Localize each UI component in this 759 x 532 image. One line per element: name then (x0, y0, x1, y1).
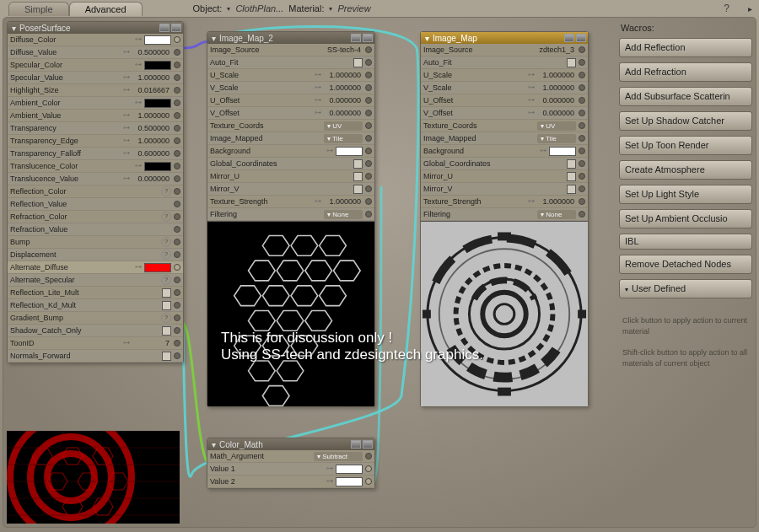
help-icon[interactable]: ? (161, 237, 171, 247)
key-icon[interactable]: ⊶ (132, 263, 144, 271)
checkbox[interactable] (353, 172, 363, 181)
key-icon[interactable]: ⊶ (324, 477, 336, 486)
output-port[interactable] (579, 97, 585, 104)
key-icon[interactable]: ⊶ (312, 71, 324, 79)
key-icon[interactable]: ⊶ (525, 83, 537, 92)
checkbox[interactable] (353, 159, 363, 169)
output-port[interactable] (365, 122, 372, 129)
row-value[interactable]: 0.016667 (132, 86, 171, 94)
key-icon[interactable]: ⊶ (312, 197, 324, 206)
output-port[interactable] (365, 185, 372, 192)
node-window-button[interactable] (351, 34, 361, 42)
node-window-button[interactable] (363, 440, 373, 449)
color-swatch[interactable] (144, 35, 171, 45)
output-port[interactable] (174, 62, 180, 68)
color-swatch[interactable] (144, 61, 171, 70)
output-port[interactable] (365, 72, 372, 78)
help-icon[interactable]: ? (161, 212, 171, 222)
key-icon[interactable]: ⊶ (525, 109, 537, 117)
preview-label[interactable]: Preview (337, 3, 370, 13)
output-port[interactable] (174, 226, 180, 233)
node-window-button[interactable] (351, 440, 361, 449)
node-image-map-2[interactable]: ▾ Image_Map_2 Image_SourceSS-tech-4 Auto… (207, 31, 375, 407)
output-port[interactable] (365, 453, 372, 459)
node-titlebar[interactable]: ▾ PoserSurface (8, 22, 183, 34)
output-port[interactable] (174, 213, 180, 220)
output-port[interactable] (579, 173, 585, 180)
wacro-toon-render[interactable]: Set Up Toon Render (619, 136, 752, 155)
help-icon[interactable]: ? (724, 3, 729, 14)
row-value[interactable]: 1.000000 (132, 111, 171, 120)
color-swatch[interactable] (144, 162, 171, 171)
node-titlebar[interactable]: ▾ Image_Map (421, 32, 588, 44)
output-port[interactable] (174, 251, 180, 258)
output-port[interactable] (174, 340, 180, 347)
dropdown[interactable]: ▾ UV (324, 121, 363, 131)
key-icon[interactable]: ⊶ (312, 83, 324, 92)
row-value[interactable]: 1.000000 (537, 197, 576, 206)
dropdown[interactable]: ▾ None (324, 210, 363, 219)
checkbox[interactable] (353, 185, 363, 194)
node-window-button[interactable] (171, 24, 181, 32)
tab-simple[interactable]: Simple (8, 2, 69, 16)
key-icon[interactable]: ⊶ (312, 96, 324, 105)
key-icon[interactable]: ⊶ (121, 149, 132, 158)
checkbox[interactable] (162, 301, 171, 310)
checkbox[interactable] (162, 352, 171, 361)
chevron-down-icon[interactable]: ▾ (227, 5, 230, 13)
output-port[interactable] (365, 160, 372, 167)
output-port[interactable] (174, 314, 180, 321)
output-port[interactable] (174, 239, 180, 245)
output-port[interactable] (579, 160, 585, 167)
output-port[interactable] (174, 277, 180, 283)
output-port[interactable] (579, 185, 585, 192)
key-icon[interactable]: ⊶ (132, 61, 144, 69)
row-value[interactable]: SS-tech-4 (312, 46, 363, 54)
dropdown[interactable]: ▾ None (537, 210, 576, 219)
output-port[interactable] (174, 175, 180, 182)
output-port[interactable] (365, 173, 372, 180)
output-port[interactable] (174, 87, 180, 94)
wacro-ambient-occlusion[interactable]: Set Up Ambient Occlusio (619, 209, 752, 228)
dropdown[interactable]: ▾ Subtract (314, 452, 363, 461)
output-port[interactable] (174, 74, 180, 81)
dropdown[interactable]: ▾ Tile (324, 134, 363, 143)
checkbox[interactable] (567, 159, 576, 169)
object-value[interactable]: ClothPlan... (235, 3, 283, 13)
output-port[interactable] (174, 125, 180, 132)
key-icon[interactable]: ⊶ (121, 86, 132, 94)
node-posersurface[interactable]: ▾ PoserSurface Diffuse_Color⊶ Diffuse_Va… (7, 21, 184, 363)
row-value[interactable]: 0.000000 (537, 96, 576, 105)
output-port[interactable] (579, 211, 585, 218)
output-port[interactable] (579, 59, 585, 66)
key-icon[interactable]: ⊶ (121, 124, 132, 132)
output-port[interactable] (174, 49, 180, 56)
output-port[interactable] (365, 198, 372, 205)
key-icon[interactable]: ⊶ (537, 147, 549, 155)
output-port[interactable] (365, 211, 372, 218)
collapse-icon[interactable]: ▾ (423, 34, 431, 43)
output-port[interactable] (365, 97, 372, 104)
wacro-shadow-catcher[interactable]: Set Up Shadow Catcher (619, 111, 752, 131)
node-image-map[interactable]: ▾ Image_Map Image_Sourcezdtech1_3 Auto_F… (420, 31, 589, 407)
tab-advanced[interactable]: Advanced (69, 2, 143, 16)
key-icon[interactable]: ⊶ (132, 99, 144, 107)
checkbox[interactable] (353, 58, 363, 67)
key-icon[interactable]: ⊶ (312, 109, 324, 117)
wacro-remove-detached[interactable]: Remove Detached Nodes (619, 255, 752, 274)
output-port[interactable] (174, 264, 180, 271)
key-icon[interactable]: ⊶ (121, 73, 132, 82)
output-port[interactable] (579, 135, 585, 142)
output-port[interactable] (174, 137, 180, 144)
key-icon[interactable]: ⊶ (121, 111, 132, 120)
node-color-math[interactable]: ▾ Color_Math Math_Argument▾ Subtract Val… (207, 438, 375, 489)
color-swatch[interactable] (336, 465, 363, 474)
node-window-button[interactable] (564, 34, 574, 42)
color-swatch[interactable] (144, 263, 171, 272)
output-port[interactable] (174, 99, 180, 106)
material-canvas[interactable]: ▾ PoserSurface Diffuse_Color⊶ Diffuse_Va… (3, 17, 756, 528)
output-port[interactable] (579, 46, 585, 53)
key-icon[interactable]: ⊶ (121, 339, 132, 347)
output-port[interactable] (174, 112, 180, 119)
row-value[interactable]: 1.000000 (132, 137, 171, 145)
